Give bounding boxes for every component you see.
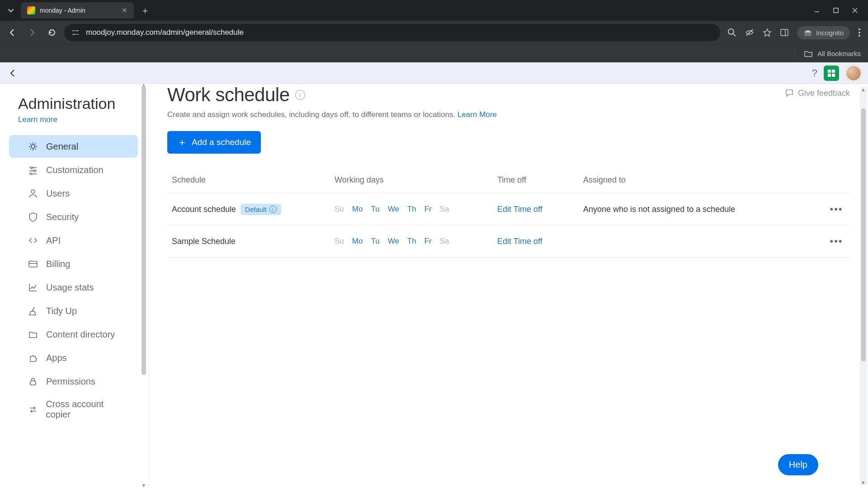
sidebar-item-label: Tidy Up	[46, 306, 77, 316]
tabs-dropdown-button[interactable]	[4, 3, 18, 18]
browser-tab[interactable]: monday - Admin ✕	[21, 2, 134, 19]
window-controls	[814, 7, 864, 14]
site-settings-icon[interactable]	[71, 28, 80, 38]
help-button[interactable]: Help	[778, 454, 818, 475]
scrollbar-thumb[interactable]	[142, 86, 146, 375]
svg-point-25	[33, 170, 35, 172]
info-icon[interactable]: i	[295, 90, 305, 100]
scroll-up-icon[interactable]: ▲	[861, 87, 866, 92]
scrollbar-thumb[interactable]	[861, 108, 866, 361]
divider	[794, 48, 795, 60]
day-th[interactable]: Th	[407, 205, 416, 214]
info-icon[interactable]: i	[269, 206, 277, 213]
bookmark-bar: All Bookmarks	[0, 44, 868, 62]
col-assigned-header: Assigned to	[579, 169, 823, 193]
reload-button[interactable]	[44, 25, 60, 40]
sidebar-item-usage-stats[interactable]: Usage stats	[9, 276, 138, 299]
learn-more-link[interactable]: Learn More	[458, 110, 497, 119]
app-back-button[interactable]	[6, 67, 19, 80]
chart-icon	[27, 282, 39, 293]
all-bookmarks-link[interactable]: All Bookmarks	[817, 50, 861, 57]
sidebar-item-api[interactable]: API	[9, 229, 138, 252]
sidebar-item-customization[interactable]: Customization	[9, 159, 138, 181]
search-icon[interactable]	[727, 28, 736, 37]
sidebar-item-label: Content directory	[46, 329, 115, 340]
day-we[interactable]: We	[388, 205, 399, 214]
kebab-menu-button[interactable]	[858, 28, 861, 37]
sliders-icon	[27, 164, 39, 176]
sidebar-item-label: Usage stats	[46, 282, 94, 293]
svg-rect-20	[832, 74, 835, 77]
sidebar-item-label: Users	[46, 188, 70, 199]
eye-off-icon[interactable]	[745, 28, 755, 38]
sidebar-item-label: Customization	[46, 165, 104, 175]
url-box[interactable]: moodjoy.monday.com/admin/general/schedul…	[64, 24, 720, 41]
schedule-table: Schedule Working days Time off Assigned …	[167, 169, 850, 258]
sidebar-item-apps[interactable]: Apps	[9, 347, 138, 369]
sidebar-item-security[interactable]: Security	[9, 206, 138, 228]
svg-rect-4	[72, 34, 76, 35]
feedback-icon	[784, 88, 794, 98]
sidebar-item-label: Apps	[46, 353, 67, 363]
edit-time-off-link[interactable]: Edit Time off	[497, 205, 542, 214]
day-sa[interactable]: Sa	[440, 237, 449, 246]
scroll-down-icon[interactable]: ▼	[861, 480, 866, 485]
broom-icon	[27, 305, 39, 317]
day-mo[interactable]: Mo	[352, 205, 363, 214]
admin-sidebar: Administration Learn more GeneralCustomi…	[0, 84, 149, 488]
card-icon	[27, 258, 39, 270]
sidebar-item-label: Cross account copier	[46, 399, 129, 420]
day-tu[interactable]: Tu	[371, 237, 379, 246]
day-we[interactable]: We	[388, 237, 399, 246]
bookmark-star-icon[interactable]	[763, 28, 772, 37]
puzzle-icon	[27, 352, 39, 364]
gear-icon	[27, 141, 39, 152]
sidebar-scrollbar[interactable]: ▲ ▼	[141, 84, 147, 488]
day-su[interactable]: Su	[335, 237, 344, 246]
sidebar-item-users[interactable]: Users	[9, 182, 138, 205]
help-icon[interactable]: ?	[812, 67, 817, 79]
panel-icon[interactable]	[780, 28, 789, 37]
row-menu-button[interactable]: •••	[830, 235, 843, 247]
incognito-indicator[interactable]: Incognito	[797, 26, 850, 39]
folder-icon	[27, 328, 39, 340]
day-th[interactable]: Th	[407, 237, 416, 246]
day-tu[interactable]: Tu	[371, 205, 379, 214]
workspace-switcher-icon[interactable]	[824, 66, 839, 81]
row-menu-button[interactable]: •••	[830, 203, 843, 215]
svg-rect-19	[828, 74, 831, 77]
day-sa[interactable]: Sa	[440, 205, 449, 214]
sidebar-item-permissions[interactable]: Permissions	[9, 370, 138, 393]
minimize-button[interactable]	[814, 7, 820, 14]
new-tab-button[interactable]: ＋	[138, 4, 152, 17]
add-schedule-button[interactable]: ＋ Add a schedule	[167, 131, 261, 154]
sidebar-item-cross-account-copier[interactable]: Cross account copier	[9, 394, 138, 425]
svg-line-7	[733, 34, 736, 36]
main-scrollbar[interactable]: ▲ ▼	[860, 87, 867, 485]
day-fr[interactable]: Fr	[425, 237, 432, 246]
sidebar-learn-more-link[interactable]: Learn more	[0, 114, 75, 134]
avatar[interactable]	[845, 65, 862, 81]
close-window-button[interactable]	[852, 7, 858, 14]
day-fr[interactable]: Fr	[425, 205, 432, 214]
back-button[interactable]	[5, 25, 20, 40]
working-days: SuMoTuWeThFrSa	[335, 237, 488, 246]
day-su[interactable]: Su	[335, 205, 344, 214]
sidebar-item-billing[interactable]: Billing	[9, 253, 138, 275]
scroll-down-icon[interactable]: ▼	[141, 483, 147, 488]
close-tab-button[interactable]: ✕	[122, 6, 127, 14]
sidebar-item-tidy-up[interactable]: Tidy Up	[9, 300, 138, 322]
app-topbar: ?	[0, 62, 868, 84]
give-feedback-link[interactable]: Give feedback	[784, 88, 850, 98]
maximize-button[interactable]	[833, 7, 839, 14]
forward-button[interactable]	[24, 25, 40, 40]
tab-strip: monday - Admin ✕ ＋	[0, 0, 868, 21]
edit-time-off-link[interactable]: Edit Time off	[497, 237, 542, 246]
lock-icon	[27, 375, 39, 387]
sidebar-item-general[interactable]: General	[9, 135, 138, 158]
sidebar-item-content-directory[interactable]: Content directory	[9, 323, 138, 346]
day-mo[interactable]: Mo	[352, 237, 363, 246]
sidebar-item-label: Billing	[46, 259, 70, 269]
address-bar: moodjoy.monday.com/admin/general/schedul…	[0, 21, 868, 44]
give-feedback-label: Give feedback	[798, 89, 850, 98]
